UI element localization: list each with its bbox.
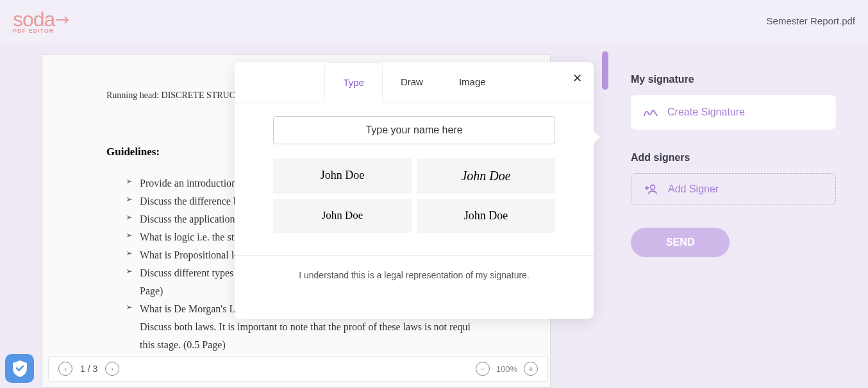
signature-sidebar: My signature Create Signature Add signer… (612, 42, 868, 388)
add-signers-label: Add signers (631, 152, 836, 164)
shield-check-icon (12, 359, 28, 378)
logo-subtitle: PDF EDITOR (13, 28, 70, 34)
tab-type[interactable]: Type (324, 62, 383, 103)
modal-body: John Doe John Doe John Doe John Doe (235, 103, 594, 246)
my-signature-label: My signature (631, 74, 836, 85)
logo: soda PDF EDITOR (13, 8, 70, 34)
create-signature-button[interactable]: Create Signature (631, 95, 836, 130)
zoom-out-button[interactable]: − (476, 362, 490, 376)
add-signer-label: Add Signer (668, 183, 719, 195)
modal-pointer (592, 130, 600, 145)
filename: Semester Report.pdf (767, 15, 855, 26)
signature-modal: ✕ Type Draw Image John Doe John Doe John… (235, 62, 594, 319)
arrow-right-icon (56, 15, 70, 24)
signature-style-grid: John Doe John Doe John Doe John Doe (273, 158, 555, 233)
prev-page-button[interactable]: ‹ (58, 362, 72, 376)
modal-footer-text: I understand this is a legal representat… (235, 255, 594, 280)
svg-point-0 (651, 185, 655, 190)
security-badge[interactable] (5, 354, 34, 383)
person-add-icon (644, 183, 658, 195)
signature-style-1[interactable]: John Doe (273, 158, 412, 194)
next-page-button[interactable]: › (105, 362, 119, 376)
tab-image[interactable]: Image (441, 62, 504, 103)
zoom-in-button[interactable]: + (524, 362, 538, 376)
signature-style-4[interactable]: John Doe (417, 199, 555, 233)
add-signer-button[interactable]: Add Signer (631, 173, 836, 205)
page-controls: ‹ 1 / 3 › − 100% + (48, 356, 548, 382)
send-button[interactable]: SEND (631, 228, 730, 257)
name-input[interactable] (273, 116, 555, 144)
scrollbar-thumb[interactable] (602, 51, 608, 90)
signature-style-2[interactable]: John Doe (417, 158, 555, 194)
zoom-level: 100% (496, 364, 517, 374)
signature-style-3[interactable]: John Doe (273, 199, 412, 233)
page-number: 1 / 3 (80, 364, 97, 374)
tab-draw[interactable]: Draw (383, 62, 441, 103)
close-icon[interactable]: ✕ (572, 71, 582, 85)
signature-icon (644, 106, 658, 118)
app-header: soda PDF EDITOR Semester Report.pdf (0, 0, 868, 42)
modal-tabs: Type Draw Image (235, 62, 594, 103)
create-signature-label: Create Signature (667, 106, 745, 118)
